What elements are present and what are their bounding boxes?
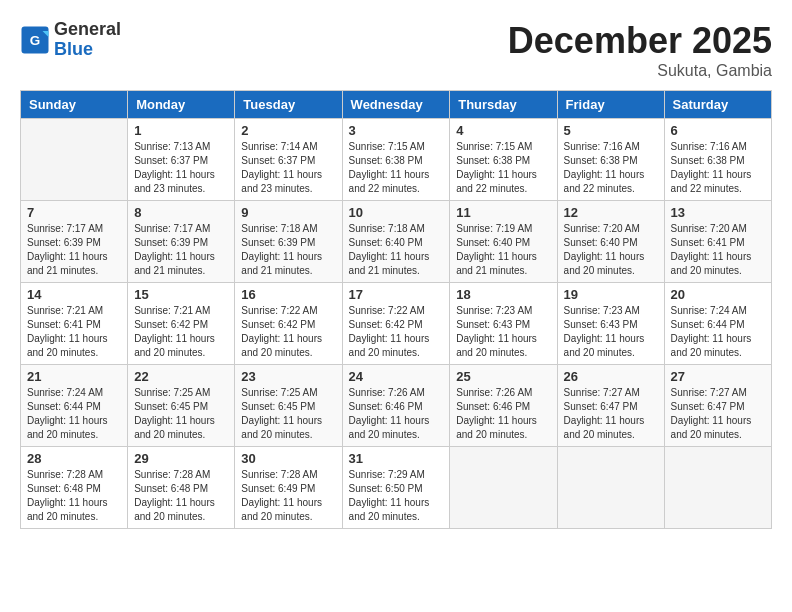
- svg-text:G: G: [30, 32, 41, 47]
- title-area: December 2025 Sukuta, Gambia: [508, 20, 772, 80]
- logo-general-text: General: [54, 19, 121, 39]
- column-header-wednesday: Wednesday: [342, 91, 450, 119]
- day-number: 2: [241, 123, 335, 138]
- calendar-cell: 21Sunrise: 7:24 AMSunset: 6:44 PMDayligh…: [21, 365, 128, 447]
- day-info: Sunrise: 7:27 AMSunset: 6:47 PMDaylight:…: [564, 386, 658, 442]
- day-info: Sunrise: 7:15 AMSunset: 6:38 PMDaylight:…: [349, 140, 444, 196]
- day-info: Sunrise: 7:25 AMSunset: 6:45 PMDaylight:…: [241, 386, 335, 442]
- day-number: 9: [241, 205, 335, 220]
- day-number: 22: [134, 369, 228, 384]
- calendar-cell: 31Sunrise: 7:29 AMSunset: 6:50 PMDayligh…: [342, 447, 450, 529]
- calendar-cell: 26Sunrise: 7:27 AMSunset: 6:47 PMDayligh…: [557, 365, 664, 447]
- calendar-cell: [21, 119, 128, 201]
- calendar-header-row: SundayMondayTuesdayWednesdayThursdayFrid…: [21, 91, 772, 119]
- day-info: Sunrise: 7:18 AMSunset: 6:39 PMDaylight:…: [241, 222, 335, 278]
- column-header-sunday: Sunday: [21, 91, 128, 119]
- day-info: Sunrise: 7:13 AMSunset: 6:37 PMDaylight:…: [134, 140, 228, 196]
- calendar-cell: 13Sunrise: 7:20 AMSunset: 6:41 PMDayligh…: [664, 201, 771, 283]
- calendar-cell: 6Sunrise: 7:16 AMSunset: 6:38 PMDaylight…: [664, 119, 771, 201]
- calendar-cell: 2Sunrise: 7:14 AMSunset: 6:37 PMDaylight…: [235, 119, 342, 201]
- column-header-friday: Friday: [557, 91, 664, 119]
- day-number: 17: [349, 287, 444, 302]
- calendar-cell: [664, 447, 771, 529]
- calendar-cell: 18Sunrise: 7:23 AMSunset: 6:43 PMDayligh…: [450, 283, 557, 365]
- day-number: 5: [564, 123, 658, 138]
- day-number: 18: [456, 287, 550, 302]
- logo: G General Blue: [20, 20, 121, 60]
- calendar-cell: 9Sunrise: 7:18 AMSunset: 6:39 PMDaylight…: [235, 201, 342, 283]
- column-header-monday: Monday: [128, 91, 235, 119]
- day-info: Sunrise: 7:16 AMSunset: 6:38 PMDaylight:…: [564, 140, 658, 196]
- day-info: Sunrise: 7:23 AMSunset: 6:43 PMDaylight:…: [564, 304, 658, 360]
- day-number: 24: [349, 369, 444, 384]
- day-info: Sunrise: 7:24 AMSunset: 6:44 PMDaylight:…: [671, 304, 765, 360]
- calendar-cell: 20Sunrise: 7:24 AMSunset: 6:44 PMDayligh…: [664, 283, 771, 365]
- column-header-tuesday: Tuesday: [235, 91, 342, 119]
- day-number: 8: [134, 205, 228, 220]
- calendar-cell: [450, 447, 557, 529]
- logo-blue-text: Blue: [54, 39, 93, 59]
- calendar-cell: 14Sunrise: 7:21 AMSunset: 6:41 PMDayligh…: [21, 283, 128, 365]
- calendar-cell: 8Sunrise: 7:17 AMSunset: 6:39 PMDaylight…: [128, 201, 235, 283]
- day-number: 21: [27, 369, 121, 384]
- month-title: December 2025: [508, 20, 772, 62]
- day-number: 26: [564, 369, 658, 384]
- day-number: 6: [671, 123, 765, 138]
- day-number: 31: [349, 451, 444, 466]
- day-info: Sunrise: 7:17 AMSunset: 6:39 PMDaylight:…: [134, 222, 228, 278]
- calendar-cell: 24Sunrise: 7:26 AMSunset: 6:46 PMDayligh…: [342, 365, 450, 447]
- calendar-cell: 19Sunrise: 7:23 AMSunset: 6:43 PMDayligh…: [557, 283, 664, 365]
- calendar-cell: 7Sunrise: 7:17 AMSunset: 6:39 PMDaylight…: [21, 201, 128, 283]
- day-info: Sunrise: 7:14 AMSunset: 6:37 PMDaylight:…: [241, 140, 335, 196]
- calendar-cell: 3Sunrise: 7:15 AMSunset: 6:38 PMDaylight…: [342, 119, 450, 201]
- calendar-cell: 30Sunrise: 7:28 AMSunset: 6:49 PMDayligh…: [235, 447, 342, 529]
- calendar-cell: 27Sunrise: 7:27 AMSunset: 6:47 PMDayligh…: [664, 365, 771, 447]
- calendar-cell: 16Sunrise: 7:22 AMSunset: 6:42 PMDayligh…: [235, 283, 342, 365]
- logo-icon: G: [20, 25, 50, 55]
- column-header-saturday: Saturday: [664, 91, 771, 119]
- day-info: Sunrise: 7:27 AMSunset: 6:47 PMDaylight:…: [671, 386, 765, 442]
- day-info: Sunrise: 7:28 AMSunset: 6:48 PMDaylight:…: [134, 468, 228, 524]
- day-number: 7: [27, 205, 121, 220]
- day-number: 12: [564, 205, 658, 220]
- day-number: 1: [134, 123, 228, 138]
- day-info: Sunrise: 7:25 AMSunset: 6:45 PMDaylight:…: [134, 386, 228, 442]
- header: G General Blue December 2025 Sukuta, Gam…: [20, 20, 772, 80]
- day-info: Sunrise: 7:24 AMSunset: 6:44 PMDaylight:…: [27, 386, 121, 442]
- day-number: 25: [456, 369, 550, 384]
- calendar-cell: 5Sunrise: 7:16 AMSunset: 6:38 PMDaylight…: [557, 119, 664, 201]
- day-info: Sunrise: 7:19 AMSunset: 6:40 PMDaylight:…: [456, 222, 550, 278]
- calendar-cell: 22Sunrise: 7:25 AMSunset: 6:45 PMDayligh…: [128, 365, 235, 447]
- day-number: 16: [241, 287, 335, 302]
- day-info: Sunrise: 7:29 AMSunset: 6:50 PMDaylight:…: [349, 468, 444, 524]
- day-info: Sunrise: 7:26 AMSunset: 6:46 PMDaylight:…: [456, 386, 550, 442]
- day-info: Sunrise: 7:22 AMSunset: 6:42 PMDaylight:…: [241, 304, 335, 360]
- calendar-week-3: 14Sunrise: 7:21 AMSunset: 6:41 PMDayligh…: [21, 283, 772, 365]
- calendar-cell: 15Sunrise: 7:21 AMSunset: 6:42 PMDayligh…: [128, 283, 235, 365]
- day-info: Sunrise: 7:23 AMSunset: 6:43 PMDaylight:…: [456, 304, 550, 360]
- calendar-cell: 28Sunrise: 7:28 AMSunset: 6:48 PMDayligh…: [21, 447, 128, 529]
- day-number: 28: [27, 451, 121, 466]
- day-info: Sunrise: 7:28 AMSunset: 6:48 PMDaylight:…: [27, 468, 121, 524]
- day-number: 13: [671, 205, 765, 220]
- calendar-week-2: 7Sunrise: 7:17 AMSunset: 6:39 PMDaylight…: [21, 201, 772, 283]
- calendar-week-5: 28Sunrise: 7:28 AMSunset: 6:48 PMDayligh…: [21, 447, 772, 529]
- calendar-week-4: 21Sunrise: 7:24 AMSunset: 6:44 PMDayligh…: [21, 365, 772, 447]
- column-header-thursday: Thursday: [450, 91, 557, 119]
- calendar-cell: 29Sunrise: 7:28 AMSunset: 6:48 PMDayligh…: [128, 447, 235, 529]
- day-number: 30: [241, 451, 335, 466]
- day-info: Sunrise: 7:20 AMSunset: 6:41 PMDaylight:…: [671, 222, 765, 278]
- day-info: Sunrise: 7:17 AMSunset: 6:39 PMDaylight:…: [27, 222, 121, 278]
- day-number: 29: [134, 451, 228, 466]
- day-number: 4: [456, 123, 550, 138]
- day-info: Sunrise: 7:16 AMSunset: 6:38 PMDaylight:…: [671, 140, 765, 196]
- calendar: SundayMondayTuesdayWednesdayThursdayFrid…: [20, 90, 772, 529]
- location: Sukuta, Gambia: [508, 62, 772, 80]
- day-info: Sunrise: 7:21 AMSunset: 6:41 PMDaylight:…: [27, 304, 121, 360]
- day-number: 27: [671, 369, 765, 384]
- calendar-cell: 25Sunrise: 7:26 AMSunset: 6:46 PMDayligh…: [450, 365, 557, 447]
- day-info: Sunrise: 7:22 AMSunset: 6:42 PMDaylight:…: [349, 304, 444, 360]
- calendar-cell: 4Sunrise: 7:15 AMSunset: 6:38 PMDaylight…: [450, 119, 557, 201]
- day-number: 10: [349, 205, 444, 220]
- day-number: 11: [456, 205, 550, 220]
